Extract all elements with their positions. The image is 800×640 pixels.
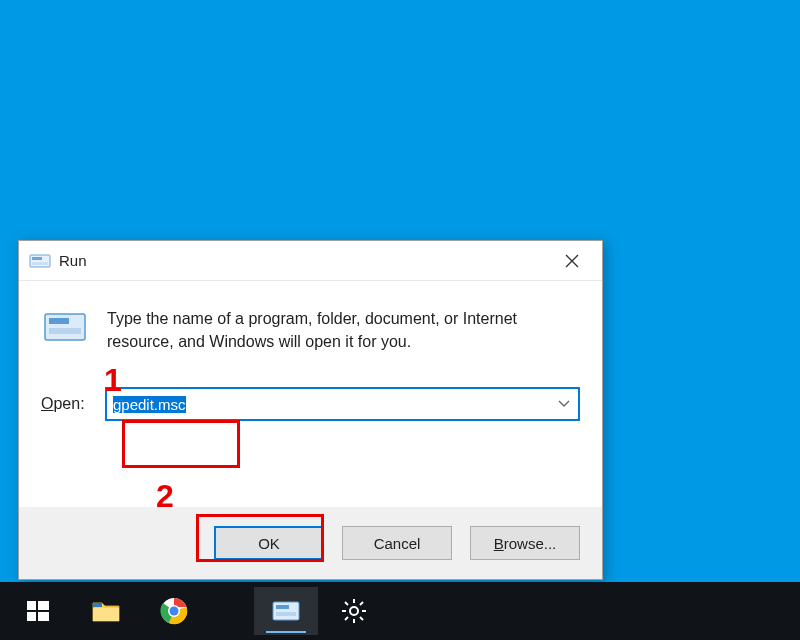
- run-dialog: Run Type the name of a program, folder, …: [18, 240, 603, 580]
- close-icon[interactable]: [548, 243, 596, 279]
- file-explorer-icon: [91, 598, 121, 624]
- taskbar-run-dialog[interactable]: [254, 587, 318, 635]
- svg-rect-3: [45, 314, 85, 340]
- dialog-description: Type the name of a program, folder, docu…: [107, 305, 580, 353]
- svg-rect-8: [27, 612, 36, 621]
- svg-rect-4: [49, 318, 69, 324]
- taskbar-file-explorer[interactable]: [74, 587, 138, 635]
- svg-line-26: [345, 617, 348, 620]
- svg-rect-10: [93, 608, 119, 621]
- svg-rect-15: [273, 602, 299, 620]
- svg-point-18: [350, 607, 358, 615]
- svg-line-25: [360, 602, 363, 605]
- taskbar-chrome[interactable]: [142, 587, 206, 635]
- open-combobox[interactable]: [105, 387, 580, 421]
- svg-line-24: [360, 617, 363, 620]
- settings-icon: [341, 598, 367, 624]
- chevron-down-icon[interactable]: [550, 389, 578, 419]
- svg-rect-11: [93, 603, 102, 607]
- svg-rect-9: [38, 612, 49, 621]
- taskbar: [0, 582, 800, 640]
- dialog-buttons: OK Cancel Browse...: [19, 507, 602, 579]
- windows-icon: [26, 599, 50, 623]
- dialog-body: Type the name of a program, folder, docu…: [19, 281, 602, 507]
- svg-rect-16: [276, 605, 289, 609]
- taskbar-settings[interactable]: [322, 587, 386, 635]
- ok-button[interactable]: OK: [214, 526, 324, 560]
- start-button[interactable]: [6, 587, 70, 635]
- svg-rect-6: [27, 601, 36, 610]
- svg-point-14: [170, 607, 179, 616]
- svg-rect-5: [49, 328, 81, 334]
- run-dialog-icon: [271, 599, 301, 623]
- svg-rect-0: [30, 255, 50, 267]
- svg-rect-7: [38, 601, 49, 610]
- run-title-icon: [29, 251, 51, 271]
- open-input[interactable]: [107, 389, 550, 419]
- chrome-icon: [160, 597, 188, 625]
- cancel-button[interactable]: Cancel: [342, 526, 452, 560]
- svg-line-23: [345, 602, 348, 605]
- svg-rect-17: [276, 612, 296, 616]
- dialog-title: Run: [59, 252, 548, 269]
- run-body-icon: [41, 305, 89, 349]
- open-label: Open:: [41, 395, 105, 413]
- titlebar: Run: [19, 241, 602, 281]
- svg-rect-2: [32, 262, 48, 265]
- svg-rect-1: [32, 257, 42, 260]
- browse-button[interactable]: Browse...: [470, 526, 580, 560]
